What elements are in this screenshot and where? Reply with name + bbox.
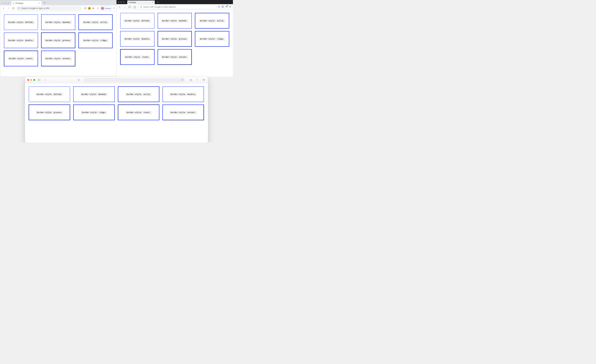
border-style-card: border-style: outset; — [157, 49, 192, 65]
border-style-card: border-style: ridge; — [195, 31, 229, 47]
toolbar-actions: ⓘ JS ✦ Paused — [83, 6, 115, 10]
minimize-window-icon[interactable] — [30, 79, 32, 81]
border-style-card: border-style: solid; — [195, 13, 229, 29]
tabs-overview-icon[interactable] — [201, 78, 206, 82]
svg-point-1 — [140, 6, 142, 7]
avatar-icon — [101, 7, 104, 10]
back-button[interactable] — [43, 78, 47, 82]
back-button[interactable] — [118, 5, 122, 9]
border-style-card: border-style: ridge; — [73, 104, 115, 120]
border-style-label: border-style: dotted; — [124, 19, 151, 22]
border-style-label: border-style: double; — [170, 93, 197, 96]
toolbar-actions — [218, 6, 232, 8]
border-style-card: border-style: groove; — [29, 104, 70, 120]
chrome-content: border-style: dotted;border-style: dashe… — [0, 11, 116, 76]
sidebar-toggle-icon[interactable] — [37, 78, 41, 82]
close-tab-icon[interactable]: × — [152, 1, 153, 3]
forward-button[interactable] — [6, 6, 10, 10]
share-icon[interactable] — [189, 78, 193, 82]
privacy-report-icon[interactable] — [76, 78, 81, 82]
forward-button[interactable] — [49, 78, 53, 82]
border-style-card: border-style: ridge; — [78, 32, 113, 48]
reload-icon[interactable] — [181, 79, 183, 82]
menu-button[interactable] — [113, 7, 115, 9]
google-icon — [18, 7, 20, 9]
minimize-window-icon[interactable] — [5, 2, 7, 4]
maximize-window-icon[interactable] — [33, 79, 35, 81]
new-tab-button[interactable]: + — [156, 1, 160, 4]
extensions-icon[interactable]: ✦ — [91, 6, 95, 10]
close-window-icon[interactable] — [27, 79, 29, 81]
home-button[interactable] — [133, 5, 137, 9]
maximize-window-icon[interactable] — [7, 2, 9, 4]
border-style-card: border-style: dashed; — [41, 14, 75, 30]
omnibox-placeholder: Search Google or type a URL — [21, 7, 50, 9]
forward-button[interactable] — [122, 5, 127, 9]
sidebar-icon[interactable] — [222, 6, 224, 8]
address-bar[interactable]: Search with Google or enter address — [138, 5, 216, 9]
library-icon[interactable] — [218, 6, 220, 8]
close-window-icon[interactable] — [2, 2, 4, 4]
border-style-card: border-style: inset; — [4, 51, 38, 66]
border-style-card: border-style: solid; — [118, 86, 159, 102]
firefox-toolbar: Search with Google or enter address — [117, 4, 233, 10]
border-style-label: border-style: dashed; — [161, 19, 188, 22]
border-style-label: border-style: outset; — [170, 111, 197, 114]
close-tab-icon[interactable]: × — [39, 2, 40, 4]
border-style-card: border-style: dotted; — [29, 86, 70, 102]
border-style-label: border-style: ridge; — [82, 39, 109, 42]
border-style-card: border-style: outset; — [162, 104, 204, 120]
search-icon — [140, 6, 142, 8]
menu-button[interactable] — [229, 6, 231, 8]
chrome-toolbar: Search Google or type a URL ⓘ JS ✦ Pause… — [0, 5, 116, 11]
border-style-card: border-style: solid; — [78, 14, 113, 30]
new-tab-icon[interactable] — [195, 78, 199, 82]
border-style-label: border-style: dashed; — [80, 93, 108, 96]
chrome-window: ◎ Prototype × + Search Google or type a … — [0, 0, 117, 77]
border-style-card: border-style: dashed; — [73, 86, 115, 102]
reload-button[interactable] — [127, 5, 132, 9]
border-style-label: border-style: solid; — [199, 19, 225, 22]
border-style-card: border-style: outset; — [41, 51, 75, 66]
close-window-icon[interactable] — [118, 1, 119, 3]
address-bar[interactable]: Search Google or type a URL — [16, 6, 82, 11]
new-tab-button[interactable]: + — [42, 1, 47, 5]
border-style-card: border-style: inset; — [118, 104, 159, 120]
safari-toolbar — [25, 77, 208, 83]
border-style-label: border-style: inset; — [8, 57, 34, 60]
maximize-window-icon[interactable] — [123, 1, 124, 3]
toolbar-actions — [188, 78, 206, 82]
browser-tab[interactable]: ◎ Prototype × — [11, 1, 41, 5]
back-button[interactable] — [1, 6, 6, 10]
border-style-label: border-style: outset; — [161, 55, 188, 59]
svg-rect-2 — [222, 6, 224, 7]
address-bar[interactable] — [84, 78, 185, 82]
border-style-label: border-style: solid; — [126, 93, 152, 96]
border-style-label: border-style: solid; — [82, 21, 109, 24]
tab-title: Prototype — [15, 2, 23, 4]
border-style-card: border-style: double; — [162, 86, 204, 102]
account-icon[interactable] — [225, 6, 228, 8]
border-style-label: border-style: inset; — [126, 111, 152, 114]
window-controls[interactable] — [27, 79, 35, 81]
js-extension-icon[interactable]: JS — [88, 7, 91, 10]
minimize-window-icon[interactable] — [120, 1, 122, 3]
omnibox-placeholder: Search with Google or enter address — [143, 6, 176, 8]
border-style-label: border-style: dotted; — [7, 21, 35, 24]
border-style-card: border-style: dashed; — [157, 13, 192, 29]
border-style-label: border-style: dashed; — [45, 21, 72, 24]
profile-button[interactable]: Paused — [100, 6, 112, 10]
info-icon[interactable]: ⓘ — [83, 6, 87, 10]
svg-point-3 — [226, 6, 227, 7]
window-controls[interactable] — [118, 1, 126, 3]
reload-button[interactable] — [11, 6, 15, 10]
tab-title: Prototype — [129, 1, 136, 3]
browser-tab[interactable]: Prototype × — [127, 0, 155, 4]
border-style-label: border-style: inset; — [124, 55, 150, 59]
border-style-label: border-style: groove; — [161, 37, 188, 41]
window-controls[interactable] — [1, 2, 10, 5]
reading-list-icon[interactable] — [96, 6, 100, 10]
border-style-card: border-style: dotted; — [4, 14, 38, 30]
border-style-card: border-style: double; — [120, 31, 155, 47]
border-style-label: border-style: dotted; — [36, 93, 63, 96]
